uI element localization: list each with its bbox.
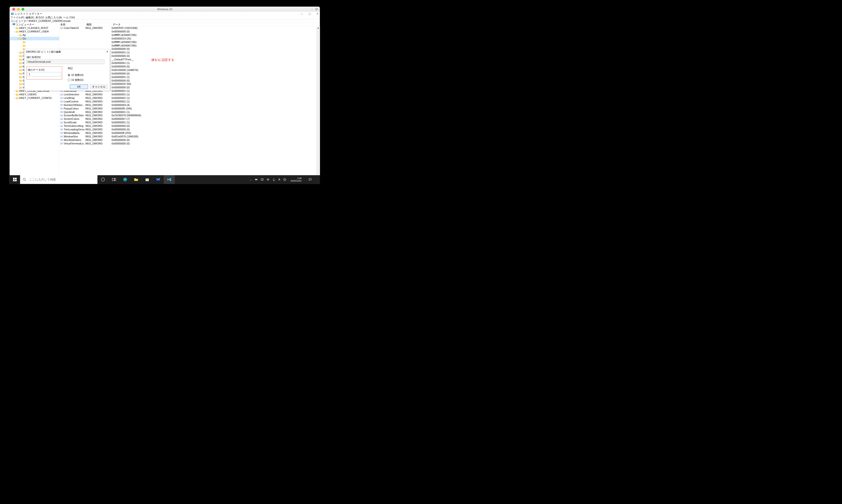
menu-file[interactable]: ファイル(F) bbox=[10, 16, 24, 19]
list-item[interactable]: 011WindowAlphaREG_DWORD0x000000ff (255) bbox=[59, 131, 320, 135]
expand-icon[interactable]: › bbox=[13, 93, 16, 95]
list-item[interactable]: 011ScrollScaleREG_DWORD0x00000001 (1) bbox=[59, 121, 320, 124]
expand-icon[interactable]: › bbox=[17, 76, 19, 78]
explorer-icon[interactable] bbox=[131, 175, 142, 184]
ime-mode[interactable]: A bbox=[279, 178, 280, 181]
svg-rect-49 bbox=[13, 178, 15, 179]
dialog-close-icon[interactable]: ✕ bbox=[106, 50, 108, 53]
list-item[interactable]: 0x00000000 (0) bbox=[59, 30, 320, 33]
show-desktop-button[interactable] bbox=[317, 175, 318, 184]
col-data[interactable]: データ bbox=[112, 23, 320, 26]
list-item[interactable]: 011ScreenBufferSizeREG_DWORD0x23290078 (… bbox=[59, 114, 320, 118]
tree-item[interactable] bbox=[10, 44, 59, 48]
zoom-icon[interactable] bbox=[22, 8, 24, 11]
expand-icon[interactable]: ⌄ bbox=[13, 30, 16, 33]
gear-icon[interactable] bbox=[315, 8, 318, 11]
cancel-button[interactable]: キャンセル bbox=[90, 84, 108, 89]
list-item[interactable]: 011TrimLeadingZerosREG_DWORD0x00000000 (… bbox=[59, 128, 320, 131]
tree-hive[interactable]: HKEY_CLASSES_ROOT bbox=[19, 26, 48, 30]
list-item[interactable]: 011NumberOfHistor...REG_DWORD0x00000004 … bbox=[59, 103, 320, 107]
expand-icon[interactable]: › bbox=[17, 55, 19, 57]
svg-rect-57 bbox=[115, 178, 116, 181]
scroll-up-icon[interactable]: ▴ bbox=[317, 26, 320, 29]
radix-dec-radio[interactable]: 10 進数(D) bbox=[68, 78, 84, 82]
list-item[interactable]: 011WordDelimitersREG_DWORD0x00000000 (0) bbox=[59, 138, 320, 142]
list-item[interactable]: 011LineSelectionREG_DWORD0x00000001 (1) bbox=[59, 93, 320, 96]
value-data-field[interactable] bbox=[28, 72, 61, 76]
close-icon[interactable] bbox=[13, 8, 15, 11]
battery-icon[interactable] bbox=[255, 178, 258, 181]
volume-icon[interactable] bbox=[267, 178, 270, 181]
taskbar-clock[interactable]: 2:46 2020/12/01 bbox=[289, 177, 303, 182]
expand-icon[interactable]: › bbox=[17, 58, 19, 61]
action-center-icon[interactable] bbox=[306, 178, 314, 181]
list-item[interactable]: 011LineWrapREG_DWORD0x00000001 (1) bbox=[59, 96, 320, 100]
start-button[interactable] bbox=[10, 175, 20, 184]
expand-icon[interactable]: › bbox=[13, 90, 16, 92]
network-icon[interactable] bbox=[261, 178, 264, 181]
menu-edit[interactable]: 編集(E) bbox=[25, 16, 34, 19]
tree-hive[interactable]: HKEY_CURRENT_CONFIG bbox=[19, 96, 52, 100]
store-icon[interactable] bbox=[142, 175, 153, 184]
cortana-icon[interactable] bbox=[97, 175, 109, 184]
list-item[interactable]: 011LoadConImeREG_DWORD0x00000001 (1) bbox=[59, 100, 320, 103]
ime-indicator-icon[interactable] bbox=[272, 178, 275, 181]
tree-item[interactable] bbox=[10, 40, 59, 44]
taskbar-search[interactable] bbox=[20, 175, 97, 184]
search-input[interactable] bbox=[29, 178, 95, 181]
expand-icon[interactable]: › bbox=[17, 51, 19, 54]
value-data-label: 値のデータ(V): bbox=[28, 68, 61, 72]
list-item[interactable]: 011PopupColorsREG_DWORD0x000000f5 (245) bbox=[59, 107, 320, 110]
ok-button[interactable]: OK bbox=[70, 84, 88, 89]
tree-root[interactable]: コンピューター bbox=[16, 23, 34, 26]
regedit-address-bar[interactable]: コンピューター¥HKEY_CURRENT_USER¥Console bbox=[10, 19, 320, 23]
list-item[interactable]: 0xffffffff (4294967295) bbox=[59, 44, 320, 48]
tree-item[interactable]: ›Ap bbox=[10, 33, 59, 37]
ime-settings-icon[interactable] bbox=[283, 178, 286, 181]
value-name-field[interactable] bbox=[26, 60, 105, 64]
minimize-icon[interactable] bbox=[17, 8, 20, 11]
maximize-button[interactable]: ▢ bbox=[308, 12, 311, 15]
folder-icon bbox=[19, 72, 22, 75]
list-item[interactable]: 011ColorTable15REG_DWORD0x00f2f2f2 (1592… bbox=[59, 26, 320, 30]
list-item[interactable]: 011VirtualTerminalLe...REG_DWORD0x000000… bbox=[59, 142, 320, 145]
radio-on-icon bbox=[68, 74, 70, 76]
menu-help[interactable]: ヘルプ(H) bbox=[63, 16, 75, 19]
expand-icon[interactable]: ⌄ bbox=[17, 37, 19, 40]
tree-hive[interactable]: HKEY_USERS bbox=[19, 93, 37, 96]
menu-favorites[interactable]: お気に入り(A) bbox=[45, 16, 62, 19]
tray-chevron-icon[interactable]: ︿ bbox=[250, 178, 252, 181]
list-vscrollbar[interactable]: ▴ ▾ bbox=[317, 26, 320, 184]
expand-icon[interactable]: › bbox=[17, 69, 19, 71]
list-item[interactable]: 011ScreenColorsREG_DWORD0x00000007 (7) bbox=[59, 117, 320, 121]
list-item[interactable]: 0x00000019 (25) bbox=[59, 37, 320, 40]
expand-icon[interactable]: ⌄ bbox=[10, 23, 13, 26]
svg-text:011: 011 bbox=[60, 126, 62, 127]
list-item[interactable]: 011TerminalScrollingREG_DWORD0x00000000 … bbox=[59, 124, 320, 128]
tree-hive[interactable]: HKEY_CURRENT_USER bbox=[19, 30, 49, 33]
tree-item[interactable]: ⌄Co bbox=[10, 37, 59, 40]
radix-hex-radio[interactable]: 16 進数(H) bbox=[68, 73, 84, 77]
minimize-button[interactable]: — bbox=[301, 12, 303, 15]
expand-icon[interactable]: › bbox=[13, 27, 16, 29]
svg-text:011: 011 bbox=[60, 115, 62, 116]
expand-icon[interactable]: › bbox=[17, 65, 19, 68]
mail-icon[interactable] bbox=[153, 175, 164, 184]
edge-icon[interactable] bbox=[120, 175, 131, 184]
list-item[interactable]: 011QuickEditREG_DWORD0x00000001 (1) bbox=[59, 110, 320, 114]
col-name[interactable]: 名前 bbox=[59, 23, 85, 26]
expand-icon[interactable]: › bbox=[17, 62, 19, 64]
task-view-icon[interactable] bbox=[109, 175, 120, 184]
expand-icon[interactable]: › bbox=[17, 72, 19, 75]
list-item[interactable]: 0xffffffff (4294967295) bbox=[59, 40, 320, 44]
col-type[interactable]: 種類 bbox=[86, 23, 112, 26]
list-item[interactable]: 011WindowSizeREG_DWORD0x001e0078 (196620… bbox=[59, 135, 320, 138]
chevron-down-icon[interactable] bbox=[310, 8, 313, 11]
vscode-icon[interactable] bbox=[164, 175, 175, 184]
expand-icon[interactable]: › bbox=[17, 34, 19, 36]
list-item[interactable]: 0xffffffff (4294967295) bbox=[59, 33, 320, 37]
expand-icon[interactable]: › bbox=[13, 97, 16, 99]
registry-tree[interactable]: ⌄ コンピューター › HKEY_CLASSES_ROOT ⌄ HKEY_CUR… bbox=[10, 23, 59, 184]
menu-view[interactable]: 表示(V) bbox=[35, 16, 44, 19]
close-button[interactable]: ✕ bbox=[317, 12, 319, 15]
